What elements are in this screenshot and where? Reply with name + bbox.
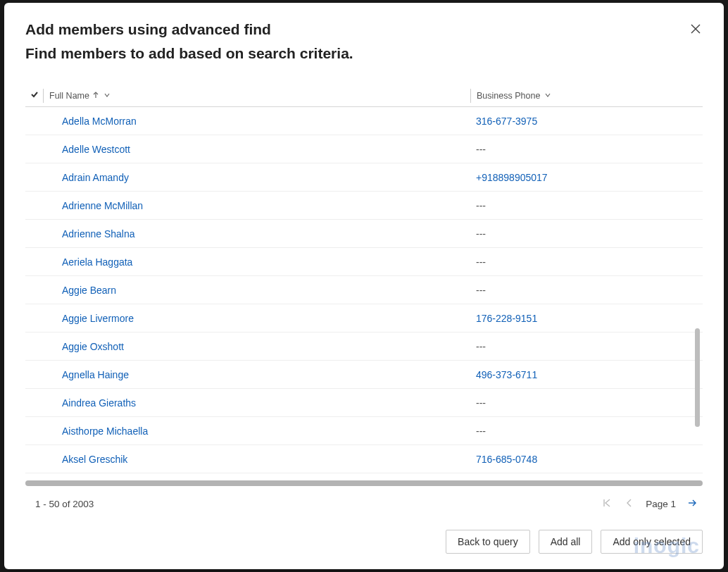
cell-business-phone: ---: [470, 228, 703, 240]
close-button[interactable]: [689, 23, 703, 37]
chevron-down-icon: [103, 91, 111, 101]
table-row[interactable]: Aksel Greschik716-685-0748: [25, 445, 703, 473]
full-name-link[interactable]: Adrain Amandy: [62, 172, 129, 183]
results-table: Full Name Business Phone Adella McMorran…: [4, 85, 724, 476]
cell-full-name: Aisthorpe Michaella: [48, 425, 470, 437]
cell-full-name: Agnella Hainge: [48, 369, 470, 380]
pager: 1 - 50 of 2003 Page 1: [4, 486, 724, 514]
checkmark-icon: [30, 90, 39, 101]
modal-title: Add members using advanced find: [25, 21, 703, 38]
pager-range: 1 - 50 of 2003: [35, 499, 94, 509]
cell-business-phone[interactable]: 316-677-3975: [470, 116, 703, 127]
full-name-link[interactable]: Adrienne Shalna: [62, 228, 135, 240]
table-row[interactable]: Aindrea Gieraths---: [25, 389, 703, 417]
table-body[interactable]: Adella McMorran316-677-3975Adelle Westco…: [25, 107, 703, 476]
first-page-button[interactable]: [601, 497, 613, 510]
cell-full-name: Aggie Bearn: [48, 285, 470, 296]
full-name-link[interactable]: Aksel Greschik: [62, 454, 127, 465]
table-header-row: Full Name Business Phone: [25, 85, 703, 107]
cell-full-name: Adrienne Shalna: [48, 228, 470, 240]
arrow-right-icon: [687, 498, 697, 510]
cell-full-name: Aggie Livermore: [48, 313, 470, 324]
cell-full-name: Aksel Greschik: [48, 454, 470, 465]
back-to-query-button[interactable]: Back to query: [446, 530, 530, 554]
pager-controls: Page 1: [601, 497, 698, 510]
table-row[interactable]: Adrienne McMillan---: [25, 192, 703, 220]
vertical-scrollbar[interactable]: [695, 328, 700, 427]
advanced-find-modal: Add members using advanced find Find mem…: [4, 3, 724, 569]
cell-full-name: Adella McMorran: [48, 116, 470, 127]
column-header-full-name[interactable]: Full Name: [48, 91, 470, 101]
column-header-label: Full Name: [49, 91, 89, 101]
table-row[interactable]: Adrienne Shalna---: [25, 220, 703, 248]
table-row[interactable]: Agnella Hainge496-373-6711: [25, 361, 703, 389]
sort-ascending-icon: [92, 91, 99, 101]
full-name-link[interactable]: Aggie Livermore: [62, 313, 134, 324]
cell-full-name: Aindrea Gieraths: [48, 397, 470, 409]
cell-full-name: Adrain Amandy: [48, 172, 470, 183]
full-name-link[interactable]: Aggie Bearn: [62, 285, 116, 296]
cell-business-phone: ---: [470, 285, 703, 296]
first-page-icon: [602, 498, 612, 510]
full-name-link[interactable]: Aeriela Haggata: [62, 256, 132, 268]
add-only-selected-button[interactable]: Add only selected: [601, 530, 703, 554]
chevron-left-icon: [625, 498, 634, 510]
cell-full-name: Adelle Westcott: [48, 144, 470, 155]
close-icon: [690, 23, 701, 37]
cell-full-name: Adrienne McMillan: [48, 200, 470, 211]
cell-business-phone: ---: [470, 144, 703, 155]
cell-business-phone: ---: [470, 425, 703, 437]
cell-business-phone[interactable]: 176-228-9151: [470, 313, 703, 324]
full-name-link[interactable]: Agnella Hainge: [62, 369, 129, 380]
table-row[interactable]: Adelle Westcott---: [25, 135, 703, 163]
cell-business-phone: ---: [470, 397, 703, 409]
modal-subtitle: Find members to add based on search crit…: [25, 45, 703, 62]
cell-full-name: Aeriela Haggata: [48, 256, 470, 268]
table-row[interactable]: Aisthorpe Michaella---: [25, 417, 703, 445]
modal-header: Add members using advanced find Find mem…: [4, 3, 724, 69]
cell-business-phone: ---: [470, 256, 703, 268]
full-name-link[interactable]: Aisthorpe Michaella: [62, 425, 148, 437]
cell-business-phone: ---: [470, 341, 703, 352]
select-all-checkbox[interactable]: [25, 89, 44, 103]
add-all-button[interactable]: Add all: [539, 530, 593, 554]
cell-business-phone[interactable]: 716-685-0748: [470, 454, 703, 465]
prev-page-button[interactable]: [623, 497, 636, 510]
table-row[interactable]: Adrain Amandy+918898905017: [25, 163, 703, 192]
full-name-link[interactable]: Adrienne McMillan: [62, 200, 143, 211]
page-label: Page 1: [646, 499, 676, 509]
horizontal-scrollbar[interactable]: [25, 480, 703, 486]
cell-business-phone[interactable]: +918898905017: [470, 172, 703, 183]
cell-full-name: Aggie Oxshott: [48, 341, 470, 352]
table-row[interactable]: Aggie Bearn---: [25, 276, 703, 304]
table-row[interactable]: Adella McMorran316-677-3975: [25, 107, 703, 135]
table-row[interactable]: Aeriela Haggata---: [25, 248, 703, 276]
next-page-button[interactable]: [686, 497, 698, 510]
column-header-business-phone[interactable]: Business Phone: [470, 89, 703, 103]
full-name-link[interactable]: Adelle Westcott: [62, 144, 130, 155]
cell-business-phone: ---: [470, 200, 703, 211]
table-row[interactable]: Aggie Oxshott---: [25, 332, 703, 361]
modal-footer: Back to query Add all Add only selected: [4, 514, 724, 569]
full-name-link[interactable]: Adella McMorran: [62, 116, 137, 127]
chevron-down-icon: [544, 91, 551, 101]
full-name-link[interactable]: Aindrea Gieraths: [62, 397, 136, 409]
column-header-label: Business Phone: [477, 91, 540, 101]
cell-business-phone[interactable]: 496-373-6711: [470, 369, 703, 380]
full-name-link[interactable]: Aggie Oxshott: [62, 341, 124, 352]
table-row[interactable]: Aggie Livermore176-228-9151: [25, 304, 703, 332]
